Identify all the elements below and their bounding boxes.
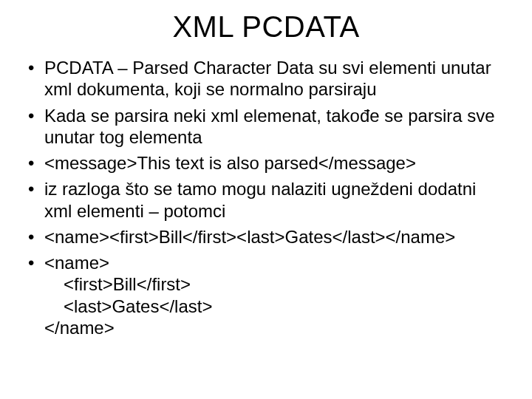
list-item: Kada se parsira neki xml elemenat, takođ… — [25, 105, 507, 149]
list-item: PCDATA – Parsed Character Data su svi el… — [25, 57, 507, 100]
bullet-list: PCDATA – Parsed Character Data su svi el… — [22, 57, 510, 338]
code-line: <name> — [44, 253, 109, 273]
slide: XML PCDATA PCDATA – Parsed Character Dat… — [0, 0, 532, 399]
list-item: <name><first>Bill</first><last>Gates</la… — [25, 226, 507, 248]
code-line: <first>Bill</first> — [44, 273, 507, 295]
code-line: <last>Gates</last> — [44, 296, 507, 317]
slide-title: XML PCDATA — [22, 10, 510, 44]
list-item: <message>This text is also parsed</messa… — [25, 152, 507, 174]
list-item: iz razloga što se tamo mogu nalaziti ugn… — [25, 178, 507, 222]
code-line: </name> — [44, 318, 115, 338]
list-item: <name> <first>Bill</first> <last>Gates</… — [25, 252, 507, 338]
